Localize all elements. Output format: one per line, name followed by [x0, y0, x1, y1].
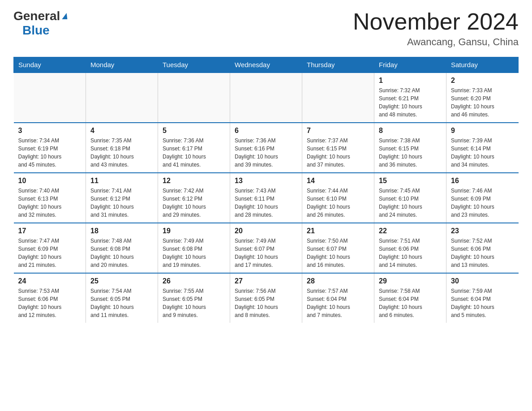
day-header-monday: Monday — [86, 57, 158, 73]
day-number: 20 — [235, 227, 297, 235]
day-number: 6 — [235, 127, 297, 135]
day-number: 14 — [307, 177, 369, 185]
calendar-cell — [302, 73, 374, 123]
day-sun-info: Sunrise: 7:38 AM Sunset: 6:15 PM Dayligh… — [379, 137, 442, 169]
day-number: 8 — [379, 127, 442, 135]
calendar-cell: 8Sunrise: 7:38 AM Sunset: 6:15 PM Daylig… — [374, 123, 446, 173]
page-header: General Blue November 2024 Awancang, Gan… — [13, 9, 519, 48]
calendar-cell: 13Sunrise: 7:43 AM Sunset: 6:11 PM Dayli… — [230, 173, 302, 223]
day-sun-info: Sunrise: 7:59 AM Sunset: 6:04 PM Dayligh… — [451, 287, 514, 319]
day-sun-info: Sunrise: 7:55 AM Sunset: 6:05 PM Dayligh… — [163, 287, 225, 319]
calendar-cell: 28Sunrise: 7:57 AM Sunset: 6:04 PM Dayli… — [302, 273, 374, 323]
day-number: 21 — [307, 227, 369, 235]
day-header-friday: Friday — [374, 57, 446, 73]
day-number: 1 — [379, 77, 442, 85]
title-block: November 2024 Awancang, Gansu, China — [353, 9, 519, 48]
calendar-table: SundayMondayTuesdayWednesdayThursdayFrid… — [13, 57, 519, 323]
calendar-cell: 1Sunrise: 7:32 AM Sunset: 6:21 PM Daylig… — [374, 73, 446, 123]
day-number: 27 — [235, 277, 297, 285]
calendar-header-row: SundayMondayTuesdayWednesdayThursdayFrid… — [14, 57, 519, 73]
day-header-tuesday: Tuesday — [158, 57, 230, 73]
day-sun-info: Sunrise: 7:34 AM Sunset: 6:19 PM Dayligh… — [18, 137, 82, 169]
day-number: 4 — [90, 127, 153, 135]
calendar-cell — [14, 73, 86, 123]
calendar-week-row: 24Sunrise: 7:53 AM Sunset: 6:06 PM Dayli… — [14, 273, 519, 323]
day-number: 19 — [163, 227, 225, 235]
calendar-week-row: 10Sunrise: 7:40 AM Sunset: 6:13 PM Dayli… — [14, 173, 519, 223]
day-number: 17 — [18, 227, 82, 235]
day-sun-info: Sunrise: 7:54 AM Sunset: 6:05 PM Dayligh… — [90, 287, 153, 319]
day-sun-info: Sunrise: 7:52 AM Sunset: 6:06 PM Dayligh… — [451, 237, 514, 269]
calendar-week-row: 17Sunrise: 7:47 AM Sunset: 6:09 PM Dayli… — [14, 223, 519, 273]
day-number: 22 — [379, 227, 442, 235]
calendar-cell: 24Sunrise: 7:53 AM Sunset: 6:06 PM Dayli… — [14, 273, 86, 323]
logo: General Blue — [13, 9, 68, 38]
logo-blue: Blue — [22, 23, 50, 38]
calendar-cell: 17Sunrise: 7:47 AM Sunset: 6:09 PM Dayli… — [14, 223, 86, 273]
calendar-cell: 4Sunrise: 7:35 AM Sunset: 6:18 PM Daylig… — [86, 123, 158, 173]
calendar-cell: 9Sunrise: 7:39 AM Sunset: 6:14 PM Daylig… — [446, 123, 519, 173]
day-number: 28 — [307, 277, 369, 285]
day-number: 16 — [451, 177, 514, 185]
calendar-cell: 11Sunrise: 7:41 AM Sunset: 6:12 PM Dayli… — [86, 173, 158, 223]
day-header-sunday: Sunday — [14, 57, 86, 73]
calendar-cell: 5Sunrise: 7:36 AM Sunset: 6:17 PM Daylig… — [158, 123, 230, 173]
day-sun-info: Sunrise: 7:51 AM Sunset: 6:06 PM Dayligh… — [379, 237, 442, 269]
day-header-thursday: Thursday — [302, 57, 374, 73]
calendar-cell: 29Sunrise: 7:58 AM Sunset: 6:04 PM Dayli… — [374, 273, 446, 323]
day-number: 12 — [163, 177, 225, 185]
day-number: 9 — [451, 127, 514, 135]
day-sun-info: Sunrise: 7:35 AM Sunset: 6:18 PM Dayligh… — [90, 137, 153, 169]
calendar-cell: 20Sunrise: 7:49 AM Sunset: 6:07 PM Dayli… — [230, 223, 302, 273]
day-number: 10 — [18, 177, 82, 185]
calendar-cell: 6Sunrise: 7:36 AM Sunset: 6:16 PM Daylig… — [230, 123, 302, 173]
day-number: 29 — [379, 277, 442, 285]
calendar-cell — [230, 73, 302, 123]
location-subtitle: Awancang, Gansu, China — [353, 36, 519, 48]
calendar-cell: 30Sunrise: 7:59 AM Sunset: 6:04 PM Dayli… — [446, 273, 519, 323]
day-number: 23 — [451, 227, 514, 235]
calendar-cell — [158, 73, 230, 123]
calendar-cell: 23Sunrise: 7:52 AM Sunset: 6:06 PM Dayli… — [446, 223, 519, 273]
calendar-cell — [86, 73, 158, 123]
calendar-cell: 26Sunrise: 7:55 AM Sunset: 6:05 PM Dayli… — [158, 273, 230, 323]
calendar-cell: 12Sunrise: 7:42 AM Sunset: 6:12 PM Dayli… — [158, 173, 230, 223]
day-number: 3 — [18, 127, 82, 135]
day-number: 5 — [163, 127, 225, 135]
calendar-cell: 25Sunrise: 7:54 AM Sunset: 6:05 PM Dayli… — [86, 273, 158, 323]
day-number: 13 — [235, 177, 297, 185]
calendar-week-row: 1Sunrise: 7:32 AM Sunset: 6:21 PM Daylig… — [14, 73, 519, 123]
day-sun-info: Sunrise: 7:56 AM Sunset: 6:05 PM Dayligh… — [235, 287, 297, 319]
calendar-cell: 3Sunrise: 7:34 AM Sunset: 6:19 PM Daylig… — [14, 123, 86, 173]
calendar-cell: 10Sunrise: 7:40 AM Sunset: 6:13 PM Dayli… — [14, 173, 86, 223]
day-sun-info: Sunrise: 7:37 AM Sunset: 6:15 PM Dayligh… — [307, 137, 369, 169]
day-sun-info: Sunrise: 7:36 AM Sunset: 6:17 PM Dayligh… — [163, 137, 225, 169]
day-number: 7 — [307, 127, 369, 135]
calendar-cell: 14Sunrise: 7:44 AM Sunset: 6:10 PM Dayli… — [302, 173, 374, 223]
day-sun-info: Sunrise: 7:32 AM Sunset: 6:21 PM Dayligh… — [379, 86, 442, 119]
calendar-cell: 15Sunrise: 7:45 AM Sunset: 6:10 PM Dayli… — [374, 173, 446, 223]
day-sun-info: Sunrise: 7:45 AM Sunset: 6:10 PM Dayligh… — [379, 187, 442, 219]
day-sun-info: Sunrise: 7:39 AM Sunset: 6:14 PM Dayligh… — [451, 137, 514, 169]
day-sun-info: Sunrise: 7:49 AM Sunset: 6:08 PM Dayligh… — [163, 237, 225, 269]
day-number: 15 — [379, 177, 442, 185]
day-sun-info: Sunrise: 7:50 AM Sunset: 6:07 PM Dayligh… — [307, 237, 369, 269]
day-sun-info: Sunrise: 7:53 AM Sunset: 6:06 PM Dayligh… — [18, 287, 82, 319]
day-sun-info: Sunrise: 7:46 AM Sunset: 6:09 PM Dayligh… — [451, 187, 514, 219]
day-sun-info: Sunrise: 7:57 AM Sunset: 6:04 PM Dayligh… — [307, 287, 369, 319]
day-sun-info: Sunrise: 7:43 AM Sunset: 6:11 PM Dayligh… — [235, 187, 297, 219]
day-number: 2 — [451, 77, 514, 85]
day-number: 11 — [90, 177, 153, 185]
day-sun-info: Sunrise: 7:36 AM Sunset: 6:16 PM Dayligh… — [235, 137, 297, 169]
day-sun-info: Sunrise: 7:47 AM Sunset: 6:09 PM Dayligh… — [18, 237, 82, 269]
calendar-cell: 21Sunrise: 7:50 AM Sunset: 6:07 PM Dayli… — [302, 223, 374, 273]
day-number: 30 — [451, 277, 514, 285]
day-sun-info: Sunrise: 7:58 AM Sunset: 6:04 PM Dayligh… — [379, 287, 442, 319]
day-sun-info: Sunrise: 7:40 AM Sunset: 6:13 PM Dayligh… — [18, 187, 82, 219]
calendar-cell: 27Sunrise: 7:56 AM Sunset: 6:05 PM Dayli… — [230, 273, 302, 323]
calendar-cell: 16Sunrise: 7:46 AM Sunset: 6:09 PM Dayli… — [446, 173, 519, 223]
calendar-cell: 18Sunrise: 7:48 AM Sunset: 6:08 PM Dayli… — [86, 223, 158, 273]
day-number: 26 — [163, 277, 225, 285]
day-sun-info: Sunrise: 7:49 AM Sunset: 6:07 PM Dayligh… — [235, 237, 297, 269]
calendar-cell: 19Sunrise: 7:49 AM Sunset: 6:08 PM Dayli… — [158, 223, 230, 273]
